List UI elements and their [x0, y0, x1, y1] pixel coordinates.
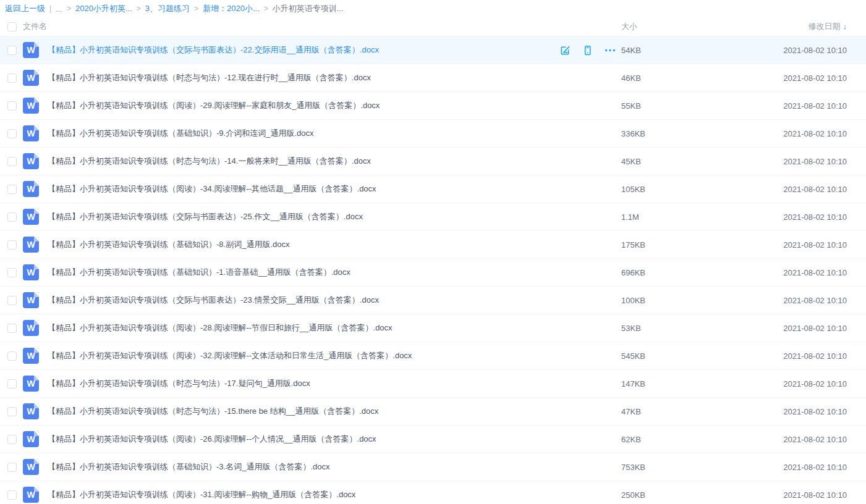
file-row[interactable]: W 【精品】小升初英语知识专项训练（交际与书面表达）-22.交际用语__通用版（… — [0, 36, 866, 64]
row-checkbox[interactable] — [7, 212, 17, 222]
file-name[interactable]: 【精品】小升初英语知识专项训练（基础知识）-1.语音基础__通用版（含答案）.d… — [48, 267, 559, 278]
file-name[interactable]: 【精品】小升初英语知识专项训练（阅读）-34.阅读理解--其他话题__通用版（含… — [48, 183, 559, 195]
file-row[interactable]: W 【精品】小升初英语知识专项训练（时态与句法）-17.疑问句_通用版.docx… — [0, 370, 866, 398]
file-date: 2021-08-02 10:10 — [692, 212, 847, 222]
file-row[interactable]: W 【精品】小升初英语知识专项训练（基础知识）-8.副词_通用版.docx 17… — [0, 231, 866, 259]
row-checkbox[interactable] — [7, 268, 17, 277]
row-checkbox[interactable] — [7, 240, 17, 250]
row-actions — [559, 211, 621, 223]
row-checkbox[interactable] — [7, 296, 17, 305]
word-document-icon: W — [23, 153, 39, 169]
row-checkbox[interactable] — [7, 129, 17, 138]
row-checkbox[interactable] — [7, 74, 17, 83]
file-date: 2021-08-02 10:10 — [692, 74, 847, 83]
row-actions — [559, 378, 621, 390]
file-row[interactable]: W 【精品】小升初英语知识专项训练（基础知识）-9.介词和连词_通用版.docx… — [0, 120, 866, 148]
row-actions — [559, 295, 621, 306]
file-name[interactable]: 【精品】小升初英语知识专项训练（阅读）-29.阅读理解--家庭和朋友_通用版（含… — [48, 100, 559, 111]
file-name[interactable]: 【精品】小升初英语知识专项训练（基础知识）-8.副词_通用版.docx — [48, 239, 559, 250]
column-header-filename: 文件名 — [23, 21, 559, 32]
rename-icon[interactable] — [559, 44, 571, 56]
breadcrumb-ellipsis[interactable]: ... — [56, 4, 62, 14]
row-actions — [559, 461, 621, 473]
row-checkbox[interactable] — [7, 185, 17, 194]
file-size: 45KB — [621, 157, 692, 166]
file-name[interactable]: 【精品】小升初英语知识专项训练（时态与句法）-15.there be 结构__通… — [48, 406, 559, 417]
column-header-date[interactable]: 修改日期↓ — [692, 21, 847, 32]
file-row[interactable]: W 【精品】小升初英语知识专项训练（交际与书面表达）-25.作文__通用版（含答… — [0, 203, 866, 231]
select-all-checkbox[interactable] — [7, 22, 17, 32]
file-name[interactable]: 【精品】小升初英语知识专项训练（基础知识）-3.名词_通用版（含答案）.docx — [48, 461, 559, 472]
file-name[interactable]: 【精品】小升初英语知识专项训练（时态与句法）-12.现在进行时__通用版（含答案… — [48, 72, 559, 83]
row-checkbox[interactable] — [7, 407, 17, 416]
row-checkbox[interactable] — [7, 351, 17, 361]
file-name[interactable]: 【精品】小升初英语知识专项训练（交际与书面表达）-23.情景交际__通用版（含答… — [48, 295, 559, 306]
row-actions — [559, 72, 621, 84]
word-document-icon: W — [23, 459, 39, 475]
file-row[interactable]: W 【精品】小升初英语知识专项训练（阅读）-34.阅读理解--其他话题__通用版… — [0, 175, 866, 203]
word-document-icon: W — [23, 320, 39, 336]
sort-descending-icon[interactable]: ↓ — [843, 22, 847, 31]
file-row[interactable]: W 【精品】小升初英语知识专项训练（基础知识）-1.语音基础__通用版（含答案）… — [0, 259, 866, 287]
file-size: 250KB — [621, 490, 692, 500]
file-size: 545KB — [621, 351, 692, 361]
file-size: 147KB — [621, 379, 692, 388]
file-name[interactable]: 【精品】小升初英语知识专项训练（阅读）-32.阅读理解--文体活动和日常生活_通… — [48, 350, 559, 361]
file-row[interactable]: W 【精品】小升初英语知识专项训练（交际与书面表达）-23.情景交际__通用版（… — [0, 287, 866, 314]
breadcrumb-separator: > — [67, 4, 71, 13]
file-date: 2021-08-02 10:10 — [692, 185, 847, 194]
file-size: 46KB — [621, 74, 692, 83]
word-document-icon: W — [23, 487, 39, 503]
send-to-phone-icon[interactable] — [582, 44, 593, 56]
file-name[interactable]: 【精品】小升初英语知识专项训练（阅读）-26.阅读理解--个人情况__通用版（含… — [48, 434, 559, 445]
file-size: 336KB — [621, 129, 692, 138]
row-actions — [559, 156, 621, 167]
file-row[interactable]: W 【精品】小升初英语知识专项训练（阅读）-29.阅读理解--家庭和朋友_通用版… — [0, 92, 866, 120]
word-document-icon: W — [23, 125, 39, 141]
row-checkbox[interactable] — [7, 435, 17, 444]
file-name[interactable]: 【精品】小升初英语知识专项训练（基础知识）-9.介词和连词_通用版.docx — [48, 128, 559, 139]
file-row[interactable]: W 【精品】小升初英语知识专项训练（阅读）-31.阅读理解--购物_通用版（含答… — [0, 481, 866, 504]
breadcrumb-link-2[interactable]: 3、习题练习 — [145, 3, 190, 14]
row-checkbox[interactable] — [7, 379, 17, 388]
file-name[interactable]: 【精品】小升初英语知识专项训练（阅读）-28.阅读理解--节假日和旅行__通用版… — [48, 322, 559, 334]
file-name[interactable]: 【精品】小升初英语知识专项训练（交际与书面表达）-22.交际用语__通用版（含答… — [48, 44, 559, 56]
breadcrumb-divider: | — [49, 4, 51, 13]
file-date: 2021-08-02 10:10 — [692, 129, 847, 138]
file-name[interactable]: 【精品】小升初英语知识专项训练（交际与书面表达）-25.作文__通用版（含答案）… — [48, 211, 559, 222]
file-size: 105KB — [621, 185, 692, 194]
file-row[interactable]: W 【精品】小升初英语知识专项训练（基础知识）-3.名词_通用版（含答案）.do… — [0, 453, 866, 481]
file-name[interactable]: 【精品】小升初英语知识专项训练（阅读）-31.阅读理解--购物_通用版（含答案）… — [48, 489, 559, 500]
file-size: 53KB — [621, 324, 692, 333]
row-checkbox[interactable] — [7, 46, 17, 55]
row-checkbox[interactable] — [7, 157, 17, 166]
breadcrumb-link-3[interactable]: 新增：2020小... — [203, 3, 260, 14]
row-checkbox[interactable] — [7, 324, 17, 333]
file-size: 55KB — [621, 101, 692, 111]
word-document-icon: W — [23, 181, 39, 197]
more-icon[interactable] — [604, 44, 616, 56]
file-name[interactable]: 【精品】小升初英语知识专项训练（时态与句法）-17.疑问句_通用版.docx — [48, 378, 559, 389]
row-actions — [559, 128, 621, 140]
row-checkbox[interactable] — [7, 463, 17, 472]
file-row[interactable]: W 【精品】小升初英语知识专项训练（阅读）-26.阅读理解--个人情况__通用版… — [0, 426, 866, 453]
row-checkbox[interactable] — [7, 101, 17, 111]
word-document-icon: W — [23, 42, 39, 58]
file-date: 2021-08-02 10:10 — [692, 101, 847, 111]
row-actions — [559, 406, 621, 418]
file-date: 2021-08-02 10:10 — [692, 46, 847, 55]
row-actions — [559, 44, 621, 56]
breadcrumb-back-link[interactable]: 返回上一级 — [5, 3, 45, 14]
file-row[interactable]: W 【精品】小升初英语知识专项训练（时态与句法）-15.there be 结构_… — [0, 398, 866, 426]
file-row[interactable]: W 【精品】小升初英语知识专项训练（时态与句法）-14.一般将来时__通用版（含… — [0, 148, 866, 175]
breadcrumb-link-1[interactable]: 2020小升初英... — [75, 3, 132, 14]
file-name[interactable]: 【精品】小升初英语知识专项训练（时态与句法）-14.一般将来时__通用版（含答案… — [48, 156, 559, 167]
file-row[interactable]: W 【精品】小升初英语知识专项训练（时态与句法）-12.现在进行时__通用版（含… — [0, 64, 866, 92]
file-size: 47KB — [621, 407, 692, 416]
file-size: 696KB — [621, 268, 692, 277]
row-checkbox[interactable] — [7, 490, 17, 500]
word-document-icon: W — [23, 237, 39, 253]
file-row[interactable]: W 【精品】小升初英语知识专项训练（阅读）-28.阅读理解--节假日和旅行__通… — [0, 314, 866, 342]
file-row[interactable]: W 【精品】小升初英语知识专项训练（阅读）-32.阅读理解--文体活动和日常生活… — [0, 342, 866, 370]
word-document-icon: W — [23, 264, 39, 280]
